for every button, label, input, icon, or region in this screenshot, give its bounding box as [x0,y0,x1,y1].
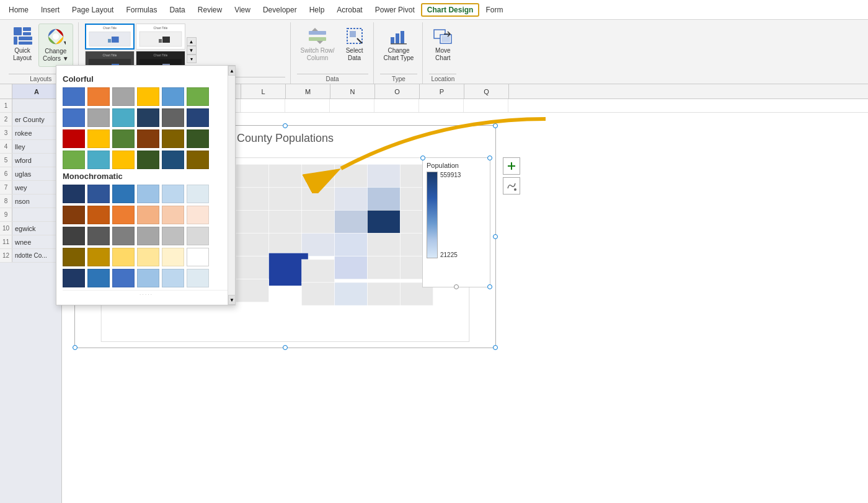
color-swatch-olive[interactable] [187,151,209,169]
add-chart-element-button[interactable] [503,157,520,175]
color-swatch-amber[interactable] [112,151,135,169]
mono-swatch-bl5[interactable] [162,185,184,203]
cell[interactable] [285,99,330,112]
scroll-down-button[interactable]: ▼ [228,295,236,305]
color-swatch-frstgreen[interactable] [187,129,209,148]
mono-swatch-b25[interactable] [162,269,184,287]
mono-swatch-gr3[interactable] [112,227,135,245]
mono-swatch-b21[interactable] [63,269,85,287]
cell-a-5[interactable]: wford [12,154,61,167]
cell[interactable] [419,99,464,112]
cell[interactable] [330,99,374,112]
color-swatch-nvybl2[interactable] [162,151,184,169]
mono-swatch-gr5[interactable] [162,227,184,245]
legend-handle-br[interactable] [487,284,492,289]
cell[interactable] [241,99,285,112]
color-swatch-red[interactable] [63,129,85,148]
cell-a-6[interactable]: uglas [12,167,61,180]
dropdown-resize-handle[interactable]: · · · · · [63,290,229,299]
chart-handle-top[interactable] [283,123,288,128]
menu-home[interactable]: Home [2,3,35,17]
mono-swatch-bl3[interactable] [112,185,135,203]
mono-swatch-gd3[interactable] [112,248,135,266]
mono-swatch-gd4[interactable] [137,248,159,266]
color-swatch-dkblue[interactable] [137,108,159,127]
mono-swatch-gd6[interactable] [187,248,209,266]
color-swatch-ltgreen[interactable] [63,151,85,169]
mono-swatch-gr1[interactable] [63,227,85,245]
color-swatch-teal[interactable] [112,108,135,127]
color-swatch-dkgreen[interactable] [112,129,135,148]
color-swatch-dkgray[interactable] [162,108,184,127]
move-chart-button[interactable]: MoveChart [429,24,456,67]
menu-form[interactable]: Form [479,3,509,17]
mono-swatch-or1[interactable] [63,206,85,224]
switch-row-col-button[interactable]: Switch Row/Column [297,24,339,67]
style-scroll-more[interactable]: ▼ [187,46,197,55]
mono-swatch-or5[interactable] [162,206,184,224]
cell[interactable] [374,99,419,112]
cell[interactable] [464,99,508,112]
cell-a-1[interactable] [12,99,61,112]
mono-swatch-gr2[interactable] [87,227,110,245]
mono-swatch-bl1[interactable] [63,185,85,203]
color-swatch-gray2[interactable] [87,108,110,127]
color-swatch-orange[interactable] [87,87,110,106]
menu-page-layout[interactable]: Page Layout [66,3,120,17]
color-swatch-gold[interactable] [137,87,159,106]
mono-swatch-gd5[interactable] [162,248,184,266]
menu-chart-design[interactable]: Chart Design [421,3,480,17]
chart-handle-top-right[interactable] [493,123,498,128]
cell-a-7[interactable]: wey [12,181,61,194]
mono-swatch-b24[interactable] [137,269,159,287]
color-swatch-nvyblue[interactable] [187,108,209,127]
mono-swatch-or6[interactable] [187,206,209,224]
quick-layout-button[interactable]: QuickLayout [9,24,36,67]
legend-handle-bm[interactable] [454,284,459,289]
legend-handle-tr[interactable] [487,155,492,160]
change-colors-button[interactable]: ▼ ChangeColors ▼ [38,24,73,67]
menu-power-pivot[interactable]: Power Pivot [369,3,421,17]
style-thumb-2[interactable]: Chart Title [136,24,185,50]
mono-swatch-or4[interactable] [137,206,159,224]
style-scroll-down[interactable]: ▾ [187,55,197,63]
select-data-button[interactable]: SelectData [341,24,368,67]
color-swatch-gold2[interactable] [87,129,110,148]
mono-swatch-gr6[interactable] [187,227,209,245]
mono-swatch-gd2[interactable] [87,248,110,266]
menu-formulas[interactable]: Formulas [120,3,163,17]
mono-swatch-or2[interactable] [87,206,110,224]
color-swatch-green[interactable] [187,87,209,106]
chart-style-button[interactable] [503,177,520,195]
cell-a-2[interactable]: er County [12,113,61,126]
menu-help[interactable]: Help [303,3,331,17]
mono-swatch-or3[interactable] [112,206,135,224]
color-swatch-brown[interactable] [137,129,159,148]
scroll-up-button[interactable]: ▲ [228,66,236,76]
legend-handle-tl[interactable] [420,155,425,160]
cell-a-3[interactable]: rokee [12,126,61,139]
mono-swatch-gd1[interactable] [63,248,85,266]
menu-acrobat[interactable]: Acrobat [330,3,368,17]
color-swatch-gray[interactable] [112,87,135,106]
style-scroll-up[interactable]: ▲ [187,37,197,46]
change-chart-type-button[interactable]: ChangeChart Type [380,24,418,67]
cell-a-11[interactable]: wnee [12,235,61,248]
cell-a-10[interactable]: egwick [12,222,61,235]
menu-view[interactable]: View [228,3,257,17]
mono-swatch-b22[interactable] [87,269,110,287]
cell-a-8[interactable]: nson [12,195,61,208]
color-swatch-blue[interactable] [63,87,85,106]
color-swatch-ltblue[interactable] [162,87,184,106]
mono-swatch-b23[interactable] [112,269,135,287]
color-swatch-ltcyan[interactable] [87,151,110,169]
cell-a-9[interactable] [12,208,61,221]
menu-developer[interactable]: Developer [257,3,303,17]
menu-data[interactable]: Data [163,3,191,17]
mono-swatch-bl2[interactable] [87,185,110,203]
color-swatch-frstgrn2[interactable] [137,151,159,169]
cell-a-12[interactable]: ndotte Co... [12,249,61,262]
mono-swatch-bl6[interactable] [187,185,209,203]
mono-swatch-bl4[interactable] [137,185,159,203]
color-swatch-dkgold[interactable] [162,129,184,148]
